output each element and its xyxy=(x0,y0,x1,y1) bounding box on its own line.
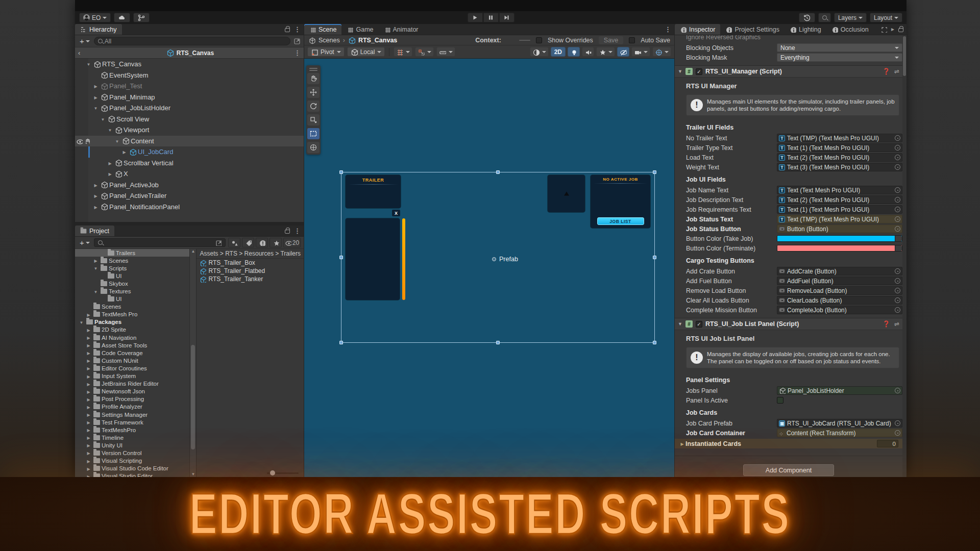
hierarchy-tree-row[interactable]: RTS_Canvas xyxy=(75,59,304,70)
object-picker-icon[interactable] xyxy=(895,278,900,284)
project-folder-row[interactable]: Version Control xyxy=(75,449,196,457)
project-folder-row[interactable]: Trailers xyxy=(75,249,196,257)
lock-icon[interactable] xyxy=(898,28,903,32)
rotate-tool[interactable] xyxy=(307,101,320,112)
menu-item[interactable] xyxy=(165,5,176,7)
component-enabled-checkbox[interactable]: ✓ xyxy=(696,321,702,328)
prefab-annotation[interactable]: Prefab xyxy=(492,256,518,263)
layers-dropdown[interactable]: Layers xyxy=(834,13,867,22)
project-folder-row[interactable]: Asset Store Tools xyxy=(75,341,196,349)
object-picker-icon[interactable] xyxy=(895,164,900,170)
fold-arrow-icon[interactable] xyxy=(107,160,113,166)
pause-button[interactable] xyxy=(483,13,499,22)
component-header-rts-ui-job-list-panel[interactable]: ▼ # ✓ RTS_UI_Job List Panel (Script) ❓⇌ xyxy=(675,318,902,330)
eye-icon[interactable] xyxy=(76,138,83,144)
alerts-button[interactable] xyxy=(256,238,268,247)
hierarchy-tree-row[interactable]: Scrollbar Vertical xyxy=(75,158,304,169)
fold-arrow-icon[interactable] xyxy=(85,312,92,317)
menu-item[interactable] xyxy=(104,5,115,7)
fold-arrow-icon[interactable] xyxy=(78,319,85,325)
back-chevron-icon[interactable]: ‹ xyxy=(78,49,86,57)
color-swatch[interactable] xyxy=(777,235,902,242)
project-folder-row[interactable]: Editor Coroutines xyxy=(75,364,196,372)
object-field[interactable]: AddFuel (Button) xyxy=(777,277,902,285)
close-panel-button[interactable]: X xyxy=(392,210,400,216)
breadcrumb-canvas[interactable]: RTS_Canvas xyxy=(358,37,397,44)
fold-arrow-icon[interactable] xyxy=(85,335,92,340)
fold-arrow-icon[interactable] xyxy=(92,193,99,198)
object-field[interactable]: Content (Rect Transform) xyxy=(777,429,902,437)
fold-arrow-icon[interactable] xyxy=(85,473,92,477)
hierarchy-tree-row[interactable]: X xyxy=(75,168,304,180)
scrollbar-thumb[interactable] xyxy=(191,345,195,450)
tab-project[interactable]: Project xyxy=(75,226,114,236)
hierarchy-tree-row[interactable]: UI_JobCard xyxy=(75,146,304,158)
project-folder-row[interactable]: Scenes xyxy=(75,257,196,264)
project-folder-row[interactable]: Scenes xyxy=(75,303,196,311)
resize-handle[interactable] xyxy=(339,256,343,259)
local-global-toggle[interactable]: Local xyxy=(347,47,385,57)
resize-handle[interactable] xyxy=(496,341,500,344)
label-filter-button[interactable] xyxy=(242,238,254,247)
lock-icon[interactable] xyxy=(285,230,290,234)
fold-arrow-icon[interactable] xyxy=(679,441,685,446)
hierarchy-tree-row[interactable]: Content xyxy=(75,136,304,147)
kebab-menu-icon[interactable]: ⋮ xyxy=(294,49,301,57)
fold-arrow-icon[interactable] xyxy=(92,204,99,210)
asset-file-row[interactable]: RTS_Trailer_Box xyxy=(197,259,304,267)
fold-arrow-icon[interactable] xyxy=(85,327,92,333)
object-field[interactable]: AddCrate (Button) xyxy=(777,267,902,276)
hand-tool[interactable] xyxy=(307,73,320,84)
shading-mode-button[interactable] xyxy=(530,47,549,57)
menu-item[interactable] xyxy=(128,5,139,7)
help-icon[interactable]: ❓ xyxy=(883,68,890,75)
component-enabled-checkbox[interactable]: ✓ xyxy=(696,68,702,75)
object-picker-icon[interactable] xyxy=(895,297,900,303)
project-folder-row[interactable]: Custom NUnit xyxy=(75,357,196,364)
object-field[interactable]: ClearLoads (Button) xyxy=(777,296,902,305)
rect-tool[interactable] xyxy=(307,128,320,139)
fold-arrow-icon[interactable] xyxy=(85,358,92,363)
hierarchy-tree-row[interactable]: Panel_Minimap xyxy=(75,92,304,103)
project-folder-row[interactable]: TextMeshPro xyxy=(75,426,196,434)
fold-arrow-icon[interactable] xyxy=(85,373,92,379)
hierarchy-tree-row[interactable]: Panel_ActiveJob xyxy=(75,180,304,191)
job-list-scrollbar[interactable] xyxy=(402,218,405,300)
resize-handle[interactable] xyxy=(653,341,656,344)
inspector-tab[interactable]: Occlusion xyxy=(826,24,874,35)
project-folder-row[interactable]: JetBrains Rider Editor xyxy=(75,380,196,388)
job-list-button[interactable]: JOB LIST xyxy=(597,217,644,225)
scrollbar-thumb[interactable] xyxy=(903,36,906,76)
object-field[interactable]: T Text (1) (Text Mesh Pro UGUI) xyxy=(777,143,902,152)
fold-arrow-icon[interactable] xyxy=(92,94,99,100)
project-breadcrumb[interactable]: Assets > RTS > Resources > Trailers xyxy=(200,250,301,257)
project-folder-row[interactable]: Test Framework xyxy=(75,418,196,426)
play-small-icon[interactable]: ▸ xyxy=(891,26,894,33)
hierarchy-tree-row[interactable]: Panel_Test xyxy=(75,81,304,92)
object-picker-icon[interactable] xyxy=(895,307,900,313)
kebab-menu-icon[interactable]: ⋮ xyxy=(294,26,301,33)
fold-arrow-icon[interactable] xyxy=(92,83,99,89)
object-field[interactable]: T Text (3) (Text Mesh Pro UGUI) xyxy=(777,163,902,171)
project-search-input[interactable] xyxy=(94,238,226,247)
account-button[interactable]: EO xyxy=(79,13,111,22)
object-picker-icon[interactable] xyxy=(895,268,900,274)
object-picker-icon[interactable] xyxy=(895,187,900,193)
scene-viewport[interactable]: TRAILER X NO ACTIVE JOB JOB LIST xyxy=(304,59,674,477)
fold-arrow-icon[interactable] xyxy=(107,171,113,177)
scene-view-tab[interactable]: Animator xyxy=(379,24,424,35)
auto-save-checkbox[interactable] xyxy=(629,37,635,43)
object-picker-icon[interactable] xyxy=(895,226,900,232)
inspector-tab[interactable]: Lighting xyxy=(785,24,826,35)
global-search-button[interactable] xyxy=(818,13,831,22)
project-folder-row[interactable]: Visual Studio Code Editor xyxy=(75,465,196,472)
project-folder-row[interactable]: Unity UI xyxy=(75,441,196,449)
object-picker-icon[interactable] xyxy=(895,135,900,141)
open-search-window-icon[interactable] xyxy=(215,239,222,246)
fold-arrow-icon[interactable] xyxy=(85,412,92,417)
hierarchy-tree-row[interactable]: Panel_ActiveTrailer xyxy=(75,190,304,202)
object-picker-icon[interactable] xyxy=(895,388,900,393)
resize-handle[interactable] xyxy=(653,256,656,259)
toolstrip-drag-handle[interactable] xyxy=(309,68,317,69)
project-folder-row[interactable]: Packages xyxy=(75,318,196,326)
